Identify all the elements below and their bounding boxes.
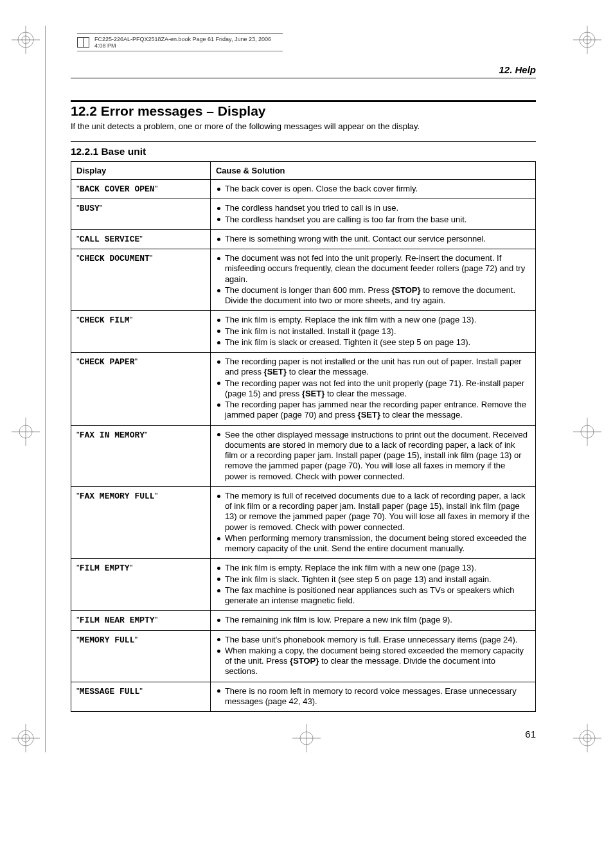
cause-item: There is something wrong with the unit. … [216, 234, 530, 244]
cause-cell: The back cover is open. Close the back c… [210, 180, 535, 199]
register-mark-icon [573, 418, 601, 446]
table-row: "CHECK FILM"The ink film is empty. Repla… [71, 311, 536, 353]
table-row: "FILM NEAR EMPTY"The remaining ink film … [71, 611, 536, 630]
table-header-cause: Cause & Solution [210, 162, 535, 180]
display-cell: "FAX MEMORY FULL" [71, 486, 211, 559]
display-cell: "FILM NEAR EMPTY" [71, 611, 211, 630]
bookfile-text: FC225-226AL-PFQX2518ZA-en.book Page 61 F… [94, 36, 283, 49]
section-intro: If the unit detects a problem, one or mo… [71, 121, 536, 131]
table-row: "MESSAGE FULL"There is no room left in m… [71, 682, 536, 712]
table-row: "FAX MEMORY FULL"The memory is full of r… [71, 486, 536, 559]
device-button-label: STOP [391, 285, 420, 295]
section-rule [71, 100, 536, 102]
display-cell: "CALL SERVICE" [71, 229, 211, 249]
cause-item: The base unit's phonebook memory is full… [216, 635, 530, 645]
table-row: "FAX IN MEMORY"See the other displayed m… [71, 425, 536, 486]
table-row: "MEMORY FULL"The base unit's phonebook m… [71, 630, 536, 682]
cause-item: The ink film is slack. Tighten it (see s… [216, 574, 530, 585]
cause-cell: The remaining ink film is low. Prepare a… [210, 611, 535, 630]
register-mark-icon [573, 26, 601, 54]
register-mark-icon [573, 724, 601, 752]
cause-cell: The memory is full of received documents… [210, 486, 535, 559]
cause-item: The remaining ink film is low. Prepare a… [216, 615, 530, 625]
display-cell: "FAX IN MEMORY" [71, 425, 211, 486]
register-mark-icon [12, 418, 40, 446]
table-row: "CHECK DOCUMENT"The document was not fed… [71, 249, 536, 311]
book-icon [77, 37, 89, 48]
cause-item: The document is longer than 600 mm. Pres… [216, 285, 530, 306]
cause-cell: The cordless handset you tried to call i… [210, 199, 535, 230]
cause-item: The memory is full of received documents… [216, 491, 530, 533]
cause-item: The fax machine is positioned near appli… [216, 585, 530, 607]
cause-item: The ink film is slack or creased. Tighte… [216, 337, 530, 348]
table-body: "BACK COVER OPEN"The back cover is open.… [71, 180, 536, 712]
cause-item: When performing memory transmission, the… [216, 533, 530, 554]
display-cell: "FILM EMPTY" [71, 559, 211, 611]
device-button-label: SET [264, 367, 287, 376]
display-cell: "MESSAGE FULL" [71, 682, 211, 712]
cause-cell: There is no room left in memory to recor… [210, 682, 535, 712]
device-button-label: STOP [290, 656, 319, 666]
register-mark-icon [292, 724, 321, 752]
table-header-display: Display [71, 162, 211, 180]
section-number: 12.2 [71, 103, 97, 118]
table-row: "CHECK PAPER"The recording paper is not … [71, 353, 536, 426]
cause-cell: The recording paper is not installed or … [210, 353, 535, 426]
bookfile-meta: FC225-226AL-PFQX2518ZA-en.book Page 61 F… [77, 33, 283, 51]
table-row: "CALL SERVICE"There is something wrong w… [71, 229, 536, 249]
cause-cell: The base unit's phonebook memory is full… [210, 630, 535, 682]
device-button-label: SET [358, 410, 380, 420]
cause-item: The recording paper is not installed or … [216, 357, 530, 378]
cause-item: The cordless handset you are calling is … [216, 215, 530, 225]
display-cell: "CHECK FILM" [71, 311, 211, 353]
table-row: "BUSY"The cordless handset you tried to … [71, 199, 536, 230]
cause-cell: The ink film is empty. Replace the ink f… [210, 559, 535, 611]
subsection-heading: 12.2.1 Base unit [71, 146, 536, 157]
display-cell: "MEMORY FULL" [71, 630, 211, 682]
device-button-label: SET [302, 389, 324, 398]
cause-item: The ink film is not installed. Install i… [216, 326, 530, 337]
subsection-number: 12.2.1 [71, 146, 98, 157]
cause-item: See the other displayed message instruct… [216, 430, 530, 482]
cause-item: The back cover is open. Close the back c… [216, 184, 530, 194]
display-cell: "CHECK DOCUMENT" [71, 249, 211, 311]
subsection-rule [71, 141, 536, 142]
display-cell: "CHECK PAPER" [71, 353, 211, 426]
display-cell: "BUSY" [71, 199, 211, 230]
table-row: "BACK COVER OPEN"The back cover is open.… [71, 180, 536, 199]
cause-item: The recording paper has jammed near the … [216, 400, 530, 421]
cause-item: The document was not fed into the unit p… [216, 253, 530, 285]
cause-item: When making a copy, the document being s… [216, 646, 530, 677]
cause-item: The ink film is empty. Replace the ink f… [216, 315, 530, 325]
register-mark-icon [12, 26, 40, 54]
crop-line [45, 26, 46, 752]
section-heading: 12.2 Error messages – Display [71, 103, 536, 119]
cause-cell: The document was not fed into the unit p… [210, 249, 535, 311]
register-mark-icon [12, 724, 40, 752]
cause-item: There is no room left in memory to recor… [216, 686, 530, 707]
display-cell: "BACK COVER OPEN" [71, 180, 211, 199]
error-table: Display Cause & Solution "BACK COVER OPE… [71, 161, 536, 712]
cause-item: The cordless handset you tried to call i… [216, 203, 530, 213]
section-title: Error messages – Display [101, 103, 266, 118]
running-header: 12. Help [71, 64, 536, 75]
table-row: "FILM EMPTY"The ink film is empty. Repla… [71, 559, 536, 611]
cause-item: The recording paper was not fed into the… [216, 378, 530, 400]
cause-cell: There is something wrong with the unit. … [210, 229, 535, 249]
cause-cell: See the other displayed message instruct… [210, 425, 535, 486]
subsection-title: Base unit [101, 146, 146, 157]
cause-item: The ink film is empty. Replace the ink f… [216, 563, 530, 573]
cause-cell: The ink film is empty. Replace the ink f… [210, 311, 535, 353]
header-rule [71, 78, 536, 78]
